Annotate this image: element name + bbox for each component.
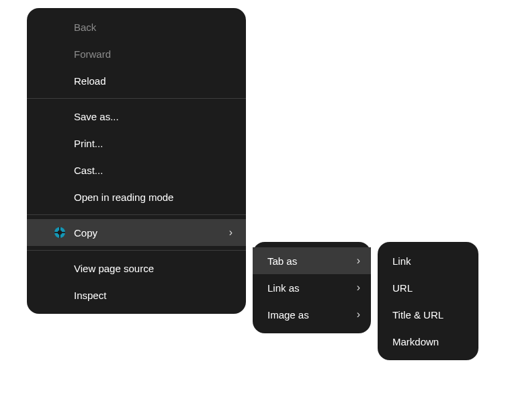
menu-item-label: View page source [74, 263, 232, 274]
menu-item-label: Link [392, 255, 468, 267]
menu-item-image-as[interactable]: Image as › [253, 301, 371, 328]
menu-item-print[interactable]: Print... [27, 130, 246, 157]
menu-item-back[interactable]: Back [27, 13, 246, 40]
svg-point-3 [58, 230, 62, 235]
menu-item-tab-as[interactable]: Tab as › [253, 247, 371, 274]
menu-item-label: Inspect [74, 290, 232, 301]
extension-icon [54, 226, 66, 239]
menu-item-label: Tab as [267, 255, 351, 267]
menu-item-forward[interactable]: Forward [27, 40, 246, 67]
menu-item-label: Print... [74, 138, 232, 149]
menu-divider [27, 214, 246, 215]
menu-item-tabas-link[interactable]: Link [378, 247, 478, 274]
menu-item-label: Forward [74, 48, 232, 60]
chevron-right-icon: › [357, 282, 360, 293]
menu-item-label: Back [74, 22, 232, 33]
menu-item-cast[interactable]: Cast... [27, 157, 246, 183]
menu-item-label: Markdown [392, 336, 468, 347]
context-submenu-tab-as: Link URL Title & URL Markdown [378, 242, 478, 360]
chevron-right-icon: › [229, 227, 232, 238]
menu-item-link-as[interactable]: Link as › [253, 274, 371, 301]
menu-item-reading-mode[interactable]: Open in reading mode [27, 183, 246, 210]
menu-item-reload[interactable]: Reload [27, 67, 246, 94]
chevron-right-icon: › [357, 255, 360, 266]
menu-item-label: Link as [267, 282, 351, 294]
menu-item-tabas-title-url[interactable]: Title & URL [378, 301, 478, 328]
menu-divider [27, 98, 246, 99]
menu-item-label: Cast... [74, 165, 232, 176]
menu-item-save-as[interactable]: Save as... [27, 103, 246, 130]
menu-item-view-source[interactable]: View page source [27, 255, 246, 282]
menu-item-label: Copy [74, 227, 224, 239]
menu-item-label: Title & URL [392, 309, 468, 321]
chevron-right-icon: › [357, 309, 360, 320]
menu-item-tabas-url[interactable]: URL [378, 274, 478, 301]
menu-divider [27, 250, 246, 251]
context-menu-main: Back Forward Reload Save as... Print... … [27, 8, 246, 314]
menu-item-copy[interactable]: Copy › [27, 219, 246, 246]
menu-item-label: Save as... [74, 111, 232, 122]
menu-item-label: Image as [267, 309, 351, 321]
menu-item-label: Open in reading mode [74, 192, 232, 203]
context-submenu-copy: Tab as › Link as › Image as › [253, 242, 371, 333]
menu-item-tabas-markdown[interactable]: Markdown [378, 328, 478, 355]
menu-item-inspect[interactable]: Inspect [27, 282, 246, 308]
menu-item-label: URL [392, 282, 468, 294]
menu-item-label: Reload [74, 75, 232, 87]
